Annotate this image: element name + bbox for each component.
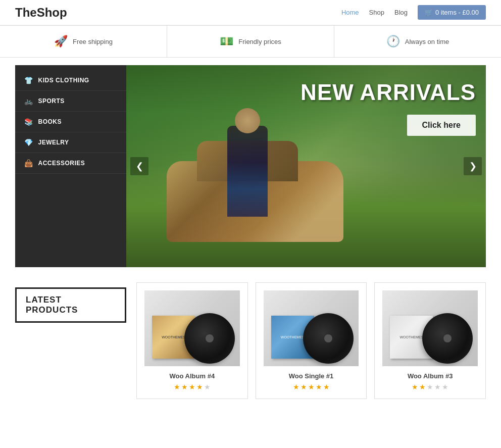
product-image-3: WOOTHEMES: [382, 290, 478, 366]
star-1: ★: [174, 383, 180, 391]
vinyl-disc-1: [184, 313, 235, 364]
product-image-2: WOOTHEMES: [264, 290, 359, 366]
books-icon: 📚: [24, 118, 33, 126]
sidebar-label-books: Books: [38, 118, 62, 125]
cart-icon: 🛒: [425, 9, 433, 16]
product-card-2[interactable]: WOOTHEMES Woo Single #1 ★ ★ ★ ★ ★: [256, 282, 367, 399]
star-5: ★: [442, 383, 448, 391]
accessories-icon: 👜: [24, 159, 33, 167]
vinyl-disc-3: [422, 313, 473, 364]
hero-slider: NEW ARRIVALS Click here ❮ ❯: [126, 65, 486, 267]
product-card-1[interactable]: WOOTHEMES Woo Album #4 ★ ★ ★ ★ ★: [136, 282, 248, 399]
main-area: 👕 Kids Clothing 🚲 Sports 📚 Books 💎 Jewel…: [0, 65, 501, 267]
product-stars-3: ★ ★ ★ ★ ★: [382, 383, 478, 391]
product-image-1: WOOTHEMES: [144, 290, 240, 366]
sidebar-label-jewelry: Jewelry: [38, 139, 69, 146]
star-3: ★: [308, 383, 315, 391]
hero-title: NEW ARRIVALS: [300, 80, 476, 105]
star-1: ★: [293, 383, 299, 391]
star-2: ★: [419, 383, 426, 391]
product-stars-2: ★ ★ ★ ★ ★: [264, 383, 359, 391]
feature-prices: 💵 Friendly prices: [167, 26, 334, 57]
star-2: ★: [181, 383, 188, 391]
vinyl-disc-2: [303, 313, 354, 364]
sidebar-label-sports: Sports: [38, 97, 65, 105]
products-grid: WOOTHEMES Woo Album #4 ★ ★ ★ ★ ★ WOOTHEM…: [136, 282, 486, 399]
latest-label-box: LATEST PRODUCTS: [15, 282, 126, 399]
sidebar-label-accessories: Accessories: [38, 160, 85, 167]
sidebar-item-accessories[interactable]: 👜 Accessories: [15, 153, 126, 174]
star-5: ★: [204, 383, 211, 391]
slider-prev-button[interactable]: ❮: [130, 157, 148, 175]
cart-label: 0 items - £0.00: [435, 9, 479, 16]
star-4: ★: [434, 383, 441, 391]
site-logo[interactable]: TheShop: [15, 6, 67, 20]
nav-home[interactable]: Home: [341, 9, 359, 16]
products-section: LATEST PRODUCTS WOOTHEMES Woo Album #4 ★…: [0, 267, 501, 414]
star-1: ★: [412, 383, 418, 391]
slider-next-button[interactable]: ❯: [464, 157, 482, 175]
time-text: Always on time: [405, 38, 449, 45]
hero-person: [227, 126, 268, 217]
product-card-3[interactable]: WOOTHEMES Woo Album #3 ★ ★ ★ ★ ★: [374, 282, 486, 399]
prices-text: Friendly prices: [238, 38, 281, 45]
feature-time: 🕐 Always on time: [334, 26, 501, 57]
jewelry-icon: 💎: [24, 138, 33, 146]
time-icon: 🕐: [386, 35, 400, 48]
shipping-icon: 🚀: [54, 35, 68, 48]
shipping-text: Free shipping: [73, 38, 113, 45]
prices-icon: 💵: [220, 35, 233, 48]
sidebar-label-kids-clothing: Kids Clothing: [38, 77, 89, 84]
product-stars-1: ★ ★ ★ ★ ★: [144, 383, 240, 391]
nav-shop[interactable]: Shop: [369, 9, 384, 16]
star-3: ★: [189, 383, 195, 391]
star-3: ★: [427, 383, 433, 391]
star-4: ★: [316, 383, 322, 391]
sidebar-item-jewelry[interactable]: 💎 Jewelry: [15, 132, 126, 153]
hero-cta-button[interactable]: Click here: [407, 115, 476, 136]
star-2: ★: [300, 383, 307, 391]
star-4: ★: [196, 383, 203, 391]
product-name-1: Woo Album #4: [144, 372, 240, 380]
star-5: ★: [323, 383, 330, 391]
cart-button[interactable]: 🛒 0 items - £0.00: [418, 5, 486, 20]
sidebar-item-kids-clothing[interactable]: 👕 Kids Clothing: [15, 70, 126, 91]
product-name-3: Woo Album #3: [382, 372, 478, 380]
latest-products-heading: LATEST PRODUCTS: [15, 287, 126, 323]
main-nav: Home Shop Blog 🛒 0 items - £0.00: [341, 5, 486, 20]
hero-background: NEW ARRIVALS Click here: [126, 65, 486, 267]
product-name-2: Woo Single #1: [264, 372, 359, 380]
sidebar: 👕 Kids Clothing 🚲 Sports 📚 Books 💎 Jewel…: [15, 65, 126, 267]
feature-shipping: 🚀 Free shipping: [0, 26, 167, 57]
site-header: TheShop Home Shop Blog 🛒 0 items - £0.00: [0, 0, 501, 25]
sports-icon: 🚲: [24, 97, 33, 105]
kids-clothing-icon: 👕: [24, 76, 33, 84]
feature-bar: 🚀 Free shipping 💵 Friendly prices 🕐 Alwa…: [0, 25, 501, 58]
sidebar-item-books[interactable]: 📚 Books: [15, 112, 126, 132]
sidebar-item-sports[interactable]: 🚲 Sports: [15, 91, 126, 112]
hero-text-block: NEW ARRIVALS Click here: [300, 80, 476, 136]
nav-blog[interactable]: Blog: [394, 9, 408, 16]
